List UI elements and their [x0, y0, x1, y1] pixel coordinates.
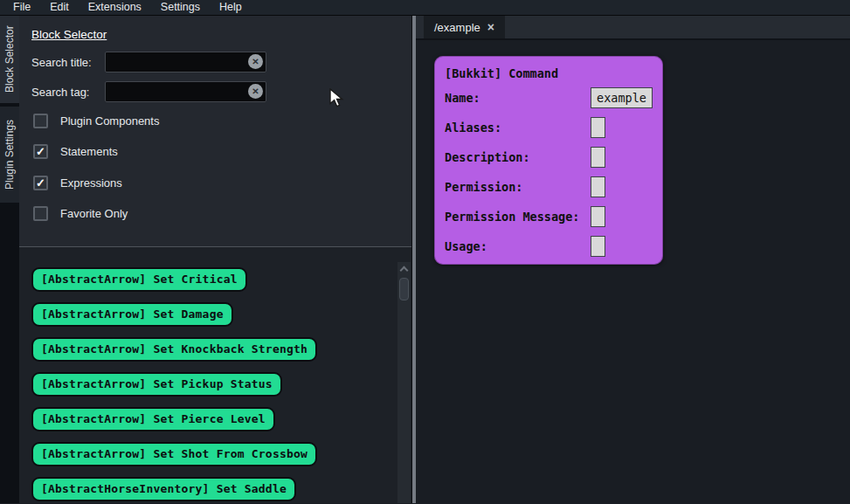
panel-title: Block Selector	[31, 28, 107, 41]
search-tag-input[interactable]	[105, 81, 266, 102]
statement-block-item[interactable]: [AbstractArrow] Set Critical	[31, 267, 247, 292]
command-field-input[interactable]	[591, 236, 605, 257]
clear-input-icon[interactable]: ✕	[248, 54, 263, 69]
menu-item-extensions[interactable]: Extensions	[88, 0, 142, 15]
filter-row-favorite-only[interactable]: Favorite Only	[33, 204, 128, 223]
rail-tab-block-selector[interactable]: Block Selector	[0, 16, 19, 103]
command-block-title: [Bukkit] Command	[445, 64, 653, 83]
main-area: Block SelectorPlugin Settings Block Sele…	[0, 16, 850, 503]
block-selector-filters: Block Selector Search title:✕Search tag:…	[19, 16, 411, 247]
command-field-row: Permission:	[445, 172, 653, 202]
filter-label: Favorite Only	[60, 207, 128, 220]
filter-label: Plugin Components	[60, 114, 159, 128]
command-field-label: Name:	[445, 91, 591, 105]
scrollbar-thumb[interactable]	[399, 278, 409, 300]
command-field-input[interactable]	[591, 176, 605, 197]
statement-block-item[interactable]: [AbstractArrow] Set Shot From Crossbow	[31, 442, 317, 466]
search-row: Search tag:✕	[31, 81, 266, 102]
command-field-row: Permission Message:	[445, 202, 653, 231]
editor-canvas[interactable]: [Bukkit] Command Name:exampleAliases:Des…	[416, 40, 850, 503]
filter-row-statements[interactable]: ✓Statements	[33, 142, 118, 161]
search-field-label: Search title:	[31, 56, 105, 69]
block-list: [AbstractArrow] Set Critical[AbstractArr…	[19, 247, 411, 503]
tab-label: /example	[434, 21, 480, 34]
command-field-label: Permission:	[445, 180, 591, 194]
search-row: Search title:✕	[31, 52, 266, 72]
scroll-up-icon[interactable]	[400, 266, 409, 275]
block-selector-panel: Block Selector Search title:✕Search tag:…	[19, 16, 411, 503]
command-field-row: Aliases:	[445, 113, 653, 142]
command-field-label: Aliases:	[445, 121, 591, 135]
statement-block-item[interactable]: [AbstractArrow] Set Knockback Strength	[31, 337, 317, 362]
filter-label: Statements	[60, 145, 118, 158]
checkbox-unchecked[interactable]	[33, 206, 48, 221]
statement-block-item[interactable]: [AbstractArrow] Set Pickup Status	[31, 372, 282, 397]
checkbox-unchecked[interactable]	[33, 114, 48, 128]
command-field-input[interactable]	[591, 117, 605, 138]
bukkit-command-block[interactable]: [Bukkit] Command Name:exampleAliases:Des…	[434, 56, 663, 265]
menu-item-file[interactable]: File	[13, 0, 31, 15]
menu-item-settings[interactable]: Settings	[161, 0, 200, 15]
menubar: FileEditExtensionsSettingsHelp	[0, 0, 850, 16]
menu-item-edit[interactable]: Edit	[50, 0, 69, 15]
checkbox-checked[interactable]: ✓	[33, 176, 48, 190]
command-field-row: Name:example	[445, 83, 653, 113]
statement-block-item[interactable]: [AbstractArrow] Set Damage	[31, 302, 233, 327]
search-input-wrap: ✕	[105, 52, 266, 72]
filter-row-plugin-components[interactable]: Plugin Components	[33, 111, 159, 130]
menu-item-help[interactable]: Help	[219, 0, 242, 15]
command-field-row: Usage:	[445, 231, 653, 261]
search-field-label: Search tag:	[31, 86, 105, 99]
editor-tab-strip: /example ×	[416, 16, 850, 40]
command-field-row: Description:	[445, 142, 653, 172]
search-title-input[interactable]	[105, 52, 266, 72]
checkbox-checked[interactable]: ✓	[33, 144, 48, 159]
filter-label: Expressions	[60, 176, 122, 190]
command-field-input[interactable]	[591, 206, 605, 227]
command-field-label: Permission Message:	[445, 210, 591, 224]
scrollbar[interactable]	[397, 262, 411, 503]
command-field-input[interactable]: example	[591, 87, 653, 108]
rail-tab-plugin-settings[interactable]: Plugin Settings	[0, 107, 19, 203]
tab-example[interactable]: /example ×	[424, 16, 505, 38]
search-input-wrap: ✕	[105, 81, 266, 102]
editor-panel: /example × [Bukkit] Command Name:example…	[416, 16, 850, 503]
command-field-input[interactable]	[591, 147, 605, 168]
filter-row-expressions[interactable]: ✓Expressions	[33, 173, 122, 192]
sidebar-rail: Block SelectorPlugin Settings	[0, 16, 19, 503]
statement-block-item[interactable]: [AbstractArrow] Set Pierce Level	[31, 407, 275, 432]
command-field-label: Description:	[445, 150, 591, 164]
close-icon[interactable]: ×	[487, 21, 494, 33]
command-field-label: Usage:	[445, 239, 591, 253]
clear-input-icon[interactable]: ✕	[248, 84, 263, 99]
statement-block-item[interactable]: [AbstractHorseInventory] Set Saddle	[31, 477, 296, 501]
